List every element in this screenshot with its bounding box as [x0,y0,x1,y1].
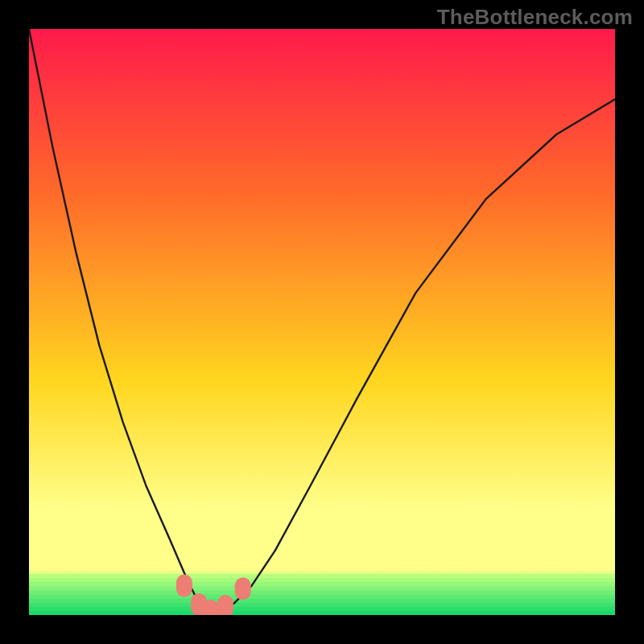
green-strip-line [29,595,615,600]
green-strip-line [29,603,615,608]
green-strip-line [29,574,615,579]
green-strip-line [29,582,615,587]
curve-marker-4 [235,577,251,600]
chart-frame: TheBottleneck.com [0,0,644,644]
green-strip-line [29,590,615,595]
curve-marker-3 [217,595,233,615]
curve-marker-0 [176,575,192,597]
green-strip-line [29,578,615,583]
curve-marker-2 [203,600,219,615]
green-strip-line [29,607,615,612]
green-strip-line [29,599,615,604]
yellow-band [29,510,615,568]
plot-area [29,29,615,615]
attribution-text: TheBottleneck.com [437,5,633,30]
green-strip-line [29,611,615,615]
green-strip-line [29,586,615,591]
chart-svg [29,29,615,615]
